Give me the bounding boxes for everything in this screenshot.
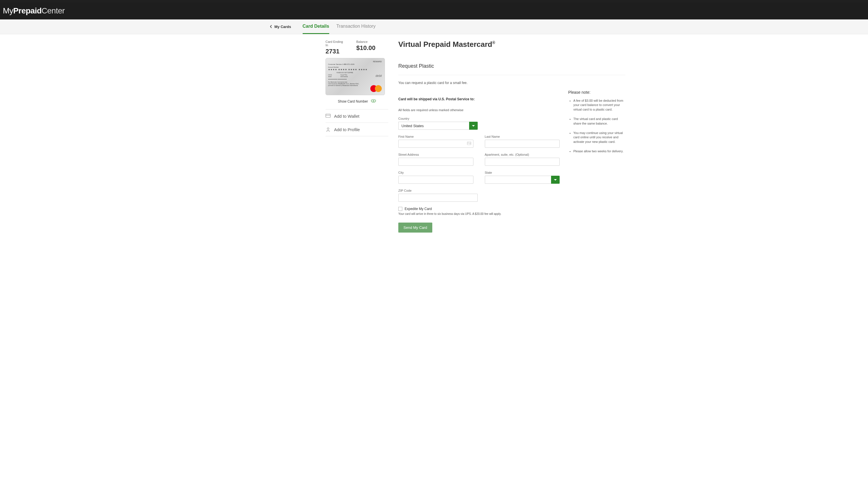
country-value: United States <box>398 122 469 130</box>
show-card-number[interactable]: Show Card Number <box>326 99 388 104</box>
add-to-profile-label: Add to Profile <box>334 127 360 132</box>
notes-title: Please note: <box>568 90 625 94</box>
caret-down-icon <box>472 125 475 126</box>
first-name-label: First Name <box>398 135 473 138</box>
city-input[interactable] <box>398 176 473 184</box>
zip-label: ZIP Code <box>398 189 478 192</box>
svg-point-0 <box>371 99 376 102</box>
first-name-input[interactable] <box>398 140 473 148</box>
add-to-wallet[interactable]: Add to Wallet <box>326 109 388 123</box>
tab-transaction-history[interactable]: Transaction History <box>336 20 375 34</box>
profile-icon <box>326 127 331 132</box>
required-note: All fields are required unless marked ot… <box>398 108 560 112</box>
send-my-card-button[interactable]: Send My Card <box>398 223 432 233</box>
logo-mid: Prepaid <box>13 6 41 15</box>
svg-point-3 <box>327 128 329 130</box>
card-name: ★★★★★★★★ ★★★★★★★★ <box>328 78 382 80</box>
country-select[interactable]: United States <box>398 122 478 130</box>
site-logo: MyPrepaidCenter <box>3 6 65 15</box>
card-image: REWARD Customer Service 1-888-371-2109 A… <box>326 58 385 95</box>
intro-text: You can request a plastic card for a sma… <box>398 81 625 85</box>
chevron-left-icon <box>270 25 272 29</box>
back-my-cards[interactable]: My Cards <box>270 20 291 33</box>
card-funds-note: FUNDS DO NOT EXPIRE <box>337 72 382 74</box>
mastercard-logo-icon <box>370 85 382 92</box>
apt-label: Apartment, suite, etc. (Optional) <box>485 153 560 156</box>
state-value <box>485 176 551 184</box>
expedite-checkbox[interactable] <box>398 207 402 211</box>
card-debit-label: debit <box>375 74 382 78</box>
card-ending-value: 2731 <box>326 48 343 55</box>
eye-icon <box>371 99 376 104</box>
add-to-wallet-label: Add to Wallet <box>334 114 360 119</box>
country-label: Country <box>398 117 478 120</box>
city-label: City <box>398 171 473 174</box>
last-name-input[interactable] <box>485 140 560 148</box>
note-item: You may continue using your virtual card… <box>574 131 625 144</box>
card-reward: REWARD <box>373 61 382 63</box>
ship-note: Card will be shipped via U.S. Postal Ser… <box>398 97 560 101</box>
note-item: Please allow two weeks for delivery. <box>574 149 625 153</box>
back-label: My Cards <box>274 25 291 29</box>
logo-pre: My <box>3 6 13 15</box>
country-dropdown-button[interactable] <box>469 122 478 130</box>
apt-input[interactable] <box>485 158 560 166</box>
last-name-label: Last Name <box>485 135 560 138</box>
zip-input[interactable] <box>398 194 478 202</box>
note-item: The virtual card and plastic card share … <box>574 117 625 126</box>
note-item: A fee of $3.00 will be deducted from you… <box>574 98 625 112</box>
street-input[interactable] <box>398 158 473 166</box>
card-ending-label: Card Ending In <box>326 40 343 47</box>
svg-point-1 <box>373 100 374 102</box>
card-customer-service: Customer Service 1-888-371-2109 <box>328 63 382 65</box>
card-goodthru: ★★/★★★★ <box>340 76 347 78</box>
nav-bar: My Cards Card Details Transaction Histor… <box>0 20 868 34</box>
expedite-label: Expedite My Card <box>405 207 432 211</box>
expedite-note: Your card will arrive in three to six bu… <box>398 212 560 216</box>
show-card-number-label: Show Card Number <box>338 99 368 104</box>
section-title: Request Plastic <box>398 63 625 75</box>
site-header: MyPrepaidCenter <box>0 2 868 20</box>
street-label: Street Address <box>398 153 473 156</box>
balance-label: Balance <box>356 40 375 44</box>
logo-suf: Center <box>42 6 65 15</box>
state-dropdown-button[interactable] <box>551 176 560 184</box>
wallet-icon <box>326 113 331 119</box>
contact-card-icon <box>467 142 471 146</box>
tab-card-details[interactable]: Card Details <box>303 20 329 34</box>
state-select[interactable] <box>485 176 560 184</box>
state-label: State <box>485 171 560 174</box>
svg-rect-2 <box>326 114 330 117</box>
caret-down-icon <box>554 179 557 180</box>
svg-point-5 <box>468 143 469 143</box>
page-title: Virtual Prepaid Mastercard® <box>398 40 625 49</box>
balance-value: $10.00 <box>356 44 375 52</box>
card-account-label: Account Number <box>328 66 382 68</box>
card-cvc: ★★★ <box>328 76 332 78</box>
card-masked-number: ★★★★ ★★★★ ★★★★ ★★★★ <box>328 68 382 71</box>
add-to-profile[interactable]: Add to Profile <box>326 123 388 136</box>
